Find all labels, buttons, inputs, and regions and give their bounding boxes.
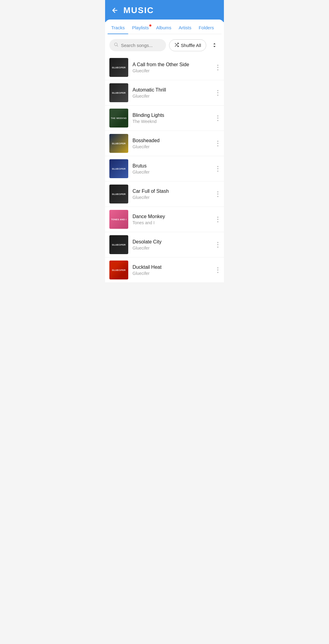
track-more-button[interactable] (216, 62, 220, 73)
playlist-notification-dot (149, 24, 151, 27)
track-artist: Gluecifer (133, 144, 212, 149)
tab-bar: Tracks Playlists Albums Artists Folders (108, 20, 221, 34)
track-more-button[interactable] (216, 164, 220, 174)
track-title: Dance Monkey (133, 214, 212, 219)
sort-button[interactable] (209, 40, 220, 50)
track-item: GLUECIFER Automatic Thrill Gluecifer (105, 80, 224, 106)
track-title: Ducktail Heat (133, 264, 212, 270)
search-icon (114, 42, 119, 48)
track-art: TONES AND I (109, 210, 128, 229)
track-info: Brutus Gluecifer (133, 163, 212, 174)
track-info: Desolate City Gluecifer (133, 239, 212, 250)
track-more-button[interactable] (216, 189, 220, 200)
track-more-button[interactable] (216, 138, 220, 149)
track-artist: Gluecifer (133, 271, 212, 276)
track-art: GLUECIFER (109, 134, 128, 153)
track-list: GLUECIFER A Call from the Other Side Glu… (105, 55, 224, 283)
track-title: A Call from the Other Side (133, 62, 212, 67)
track-art: GLUECIFER (109, 58, 128, 77)
track-item: GLUECIFER A Call from the Other Side Glu… (105, 55, 224, 80)
track-art: GLUECIFER (109, 235, 128, 254)
track-more-button[interactable] (216, 214, 220, 225)
search-input[interactable] (121, 43, 162, 48)
track-artist: Gluecifer (133, 246, 212, 250)
search-field-wrap[interactable] (109, 39, 166, 51)
track-more-button[interactable] (216, 239, 220, 250)
track-title: Bossheaded (133, 138, 212, 143)
shuffle-all-button[interactable]: Shuffle All (169, 39, 206, 51)
track-title: Blinding Lights (133, 113, 212, 118)
back-button[interactable] (111, 7, 119, 14)
track-item: GLUECIFER Ducktail Heat Gluecifer (105, 257, 224, 283)
shuffle-icon (174, 42, 179, 48)
track-title: Car Full of Stash (133, 189, 212, 194)
tab-folders[interactable]: Folders (195, 21, 218, 34)
track-art: GLUECIFER (109, 261, 128, 279)
track-item: GLUECIFER Car Full of Stash Gluecifer (105, 182, 224, 207)
track-artist: Tones and I (133, 220, 212, 225)
track-item: GLUECIFER Bossheaded Gluecifer (105, 131, 224, 156)
tab-bar-wrapper: Tracks Playlists Albums Artists Folders (105, 20, 224, 34)
track-title: Desolate City (133, 239, 212, 245)
track-info: Automatic Thrill Gluecifer (133, 87, 212, 99)
track-info: Ducktail Heat Gluecifer (133, 264, 212, 276)
track-art: GLUECIFER (109, 159, 128, 178)
track-info: Blinding Lights The Weeknd (133, 113, 212, 124)
track-title: Brutus (133, 163, 212, 169)
tab-playlists[interactable]: Playlists (128, 21, 152, 34)
track-artist: The Weeknd (133, 119, 212, 124)
search-row: Shuffle All (105, 34, 224, 55)
track-info: Car Full of Stash Gluecifer (133, 189, 212, 200)
track-item: GLUECIFER Brutus Gluecifer (105, 156, 224, 182)
track-item: THE WEEKND Blinding Lights The Weeknd (105, 106, 224, 131)
track-more-button[interactable] (216, 113, 220, 124)
track-item: GLUECIFER Desolate City Gluecifer (105, 232, 224, 257)
page-title: MUSIC (123, 5, 154, 15)
track-more-button[interactable] (216, 265, 220, 275)
header: MUSIC (105, 0, 224, 22)
track-info: Dance Monkey Tones and I (133, 214, 212, 225)
tab-tracks[interactable]: Tracks (108, 21, 128, 34)
track-info: A Call from the Other Side Gluecifer (133, 62, 212, 73)
track-art: THE WEEKND (109, 109, 128, 128)
track-art: GLUECIFER (109, 185, 128, 203)
track-more-button[interactable] (216, 88, 220, 98)
track-artist: Gluecifer (133, 68, 212, 73)
tab-artists[interactable]: Artists (175, 21, 195, 34)
shuffle-label: Shuffle All (181, 43, 201, 48)
tab-albums[interactable]: Albums (152, 21, 175, 34)
track-item: TONES AND I Dance Monkey Tones and I (105, 207, 224, 232)
track-title: Automatic Thrill (133, 87, 212, 93)
svg-line-1 (117, 45, 118, 46)
track-artist: Gluecifer (133, 94, 212, 99)
track-artist: Gluecifer (133, 170, 212, 174)
track-artist: Gluecifer (133, 195, 212, 200)
track-art: GLUECIFER (109, 83, 128, 102)
track-info: Bossheaded Gluecifer (133, 138, 212, 149)
